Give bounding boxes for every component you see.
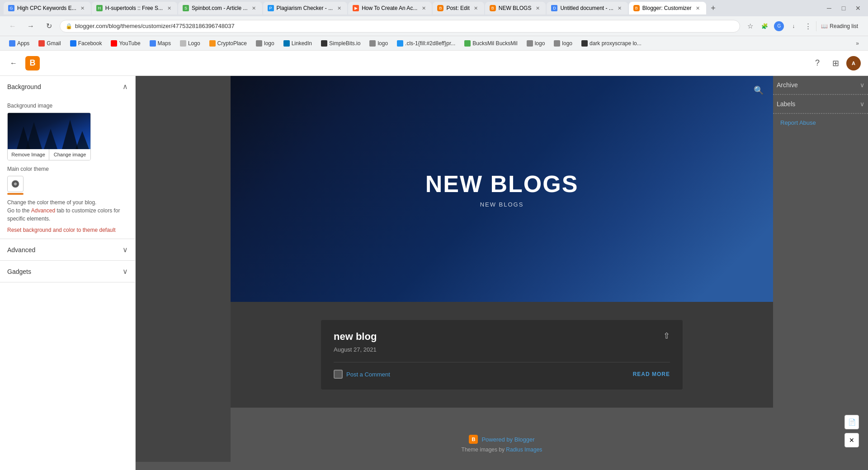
url-text: blogger.com/blog/themes/customizer/47753… xyxy=(75,23,734,29)
tab-plagiarism[interactable]: P Plagiarism Checker - ... ✕ xyxy=(263,2,348,14)
back-button[interactable]: ← xyxy=(5,19,20,33)
bookmark-gmail[interactable]: Gmail xyxy=(35,39,64,47)
powered-by-blogger-link[interactable]: Powered by Blogger xyxy=(481,436,534,443)
update-icon[interactable]: ↓ xyxy=(787,20,800,33)
floating-icons: 📄 ✕ xyxy=(844,415,859,447)
gadgets-section: Gadgets ∨ xyxy=(0,261,135,282)
apps-grid-icon[interactable]: ⊞ xyxy=(828,56,843,70)
tab-close-6[interactable]: ✕ xyxy=(472,5,480,12)
bookmark-logo2[interactable]: logo xyxy=(252,39,278,47)
blog-search-icon[interactable]: 🔍 xyxy=(751,83,766,98)
forward-button[interactable]: → xyxy=(24,19,38,33)
advanced-section: Advanced ∨ xyxy=(0,239,135,261)
tab-untitled-doc[interactable]: D Untitled document - ... ✕ xyxy=(547,2,627,14)
bookmark-logo4[interactable]: logo xyxy=(523,39,549,47)
blog-main: 🔍 NEW BLOGS NEW BLOGS new blog ⇧ August … xyxy=(231,76,773,462)
bookmark-logo1[interactable]: Logo xyxy=(176,39,204,47)
read-more-button[interactable]: READ MORE xyxy=(633,371,670,377)
archive-widget[interactable]: Archive ∨ xyxy=(773,76,868,94)
reload-button[interactable]: ↻ xyxy=(42,19,56,33)
bookmark-bucksmil[interactable]: BucksMil BucksMil xyxy=(461,39,521,47)
bookmark-linkedin[interactable]: LinkedIn xyxy=(280,39,316,47)
tab-close-5[interactable]: ✕ xyxy=(420,5,427,12)
bg-image-container: Remove Image Change image xyxy=(7,113,91,160)
post-comment-link[interactable]: Post a Comment xyxy=(334,370,390,379)
bookmark-logo5[interactable]: logo xyxy=(550,39,576,47)
color-theme-section: Main color theme xyxy=(7,166,128,233)
background-section-title: Background xyxy=(7,83,41,90)
user-avatar[interactable]: A xyxy=(846,56,861,70)
advanced-section-header[interactable]: Advanced ∨ xyxy=(0,239,135,260)
bookmark-cryptoplace[interactable]: CryptoPlace xyxy=(206,39,250,47)
tab-close-7[interactable]: ✕ xyxy=(534,5,541,12)
bookmark-dark-proxyscrape[interactable]: dark proxyscrape lo... xyxy=(578,39,645,47)
new-tab-button[interactable]: + xyxy=(707,2,720,14)
blog-preview-area: 🔍 NEW BLOGS NEW BLOGS new blog ⇧ August … xyxy=(136,76,868,470)
blog-subtitle: NEW BLOGS xyxy=(480,201,524,208)
post-share-icon[interactable]: ⇧ xyxy=(663,331,670,341)
tab-high-cpc[interactable]: G High CPC Keywords E... ✕ xyxy=(4,2,91,14)
blog-content-bg: new blog ⇧ August 27, 2021 Post a Commen… xyxy=(231,302,773,408)
bookmark-youtube[interactable]: YouTube xyxy=(107,39,144,47)
tab-how-to[interactable]: ▶ How To Create An Ac... ✕ xyxy=(348,2,432,14)
background-section-header[interactable]: Background ∧ xyxy=(0,76,135,97)
bg-image-preview xyxy=(8,113,91,149)
lock-icon: 🔒 xyxy=(66,23,72,29)
browser-chrome: G High CPC Keywords E... ✕ H H-supertool… xyxy=(0,0,868,51)
tab-post-edit[interactable]: B Post: Edit ✕ xyxy=(433,2,484,14)
bg-image-label: Background image xyxy=(7,103,128,109)
tab-close-3[interactable]: ✕ xyxy=(250,5,258,12)
color-theme-label: Main color theme xyxy=(7,166,128,172)
blog-post-card: new blog ⇧ August 27, 2021 Post a Commen… xyxy=(321,320,683,390)
tab-close-4[interactable]: ✕ xyxy=(335,5,343,12)
tab-close-9[interactable]: ✕ xyxy=(694,5,702,12)
close-preview-button[interactable]: ✕ xyxy=(844,433,859,447)
color-swatch-button[interactable] xyxy=(7,176,24,192)
customizer-panel: Background ∧ Background image xyxy=(0,76,136,470)
bookmark-cls[interactable]: .cls-1{fill:#2d8eff}pr... xyxy=(393,39,459,47)
tab-close-1[interactable]: ✕ xyxy=(79,5,86,12)
tab-close-8[interactable]: ✕ xyxy=(616,5,623,12)
tab-hsupertools[interactable]: H H-supertools :: Free S... ✕ xyxy=(92,2,177,14)
bookmark-apps[interactable]: Apps xyxy=(5,39,33,47)
reset-theme-link[interactable]: Reset background and color to theme defa… xyxy=(7,227,115,233)
blog-footer: B Powered by Blogger Theme images by Rad… xyxy=(231,426,773,462)
gadgets-section-header[interactable]: Gadgets ∨ xyxy=(0,261,135,282)
blog-layout: 🔍 NEW BLOGS NEW BLOGS new blog ⇧ August … xyxy=(136,76,868,462)
extensions-icon[interactable]: 🧩 xyxy=(758,20,771,33)
file-icon-button[interactable]: 📄 xyxy=(844,415,859,429)
blogger-logo: B xyxy=(25,56,40,70)
bookmark-facebook[interactable]: Facebook xyxy=(66,39,106,47)
labels-widget[interactable]: Labels ∨ xyxy=(773,95,868,113)
color-description-text: Change the color theme of your blog. Go … xyxy=(7,198,128,223)
url-bar[interactable]: 🔒 blogger.com/blog/themes/customizer/477… xyxy=(60,20,740,33)
minimize-button[interactable]: ─ xyxy=(823,2,835,14)
background-section-content: Background image xyxy=(0,97,135,239)
theme-images-credit: Theme images by Radius Images xyxy=(240,446,764,453)
tab-spinbot[interactable]: S Spinbot.com - Article ... ✕ xyxy=(178,2,262,14)
post-actions: Post a Comment READ MORE xyxy=(334,362,670,379)
bookmark-simplebits[interactable]: SimpleBits.io xyxy=(317,39,364,47)
report-abuse-link[interactable]: Report Abuse xyxy=(777,114,820,132)
close-window-button[interactable]: ✕ xyxy=(852,2,864,14)
back-to-blogger-button[interactable]: ← xyxy=(7,57,20,70)
restore-button[interactable]: □ xyxy=(837,2,850,14)
bookmark-maps[interactable]: Maps xyxy=(146,39,175,47)
help-icon[interactable]: ? xyxy=(810,56,825,70)
tab-blogger-customizer[interactable]: B Blogger: Customizer ✕ xyxy=(629,2,706,14)
report-abuse-container: Report Abuse xyxy=(773,114,868,132)
reading-list-button[interactable]: 📖 Reading list xyxy=(816,21,863,31)
bookmark-star-icon[interactable]: ☆ xyxy=(744,20,756,33)
blogger-footer-icon: B xyxy=(469,435,478,444)
change-image-button[interactable]: Change image xyxy=(49,149,90,160)
main-layout: Background ∧ Background image xyxy=(0,76,868,470)
radius-images-link[interactable]: Radius Images xyxy=(506,446,542,453)
bookmark-logo3[interactable]: logo xyxy=(366,39,392,47)
tab-close-2[interactable]: ✕ xyxy=(165,5,173,12)
remove-image-button[interactable]: Remove Image xyxy=(8,149,49,160)
comment-icon xyxy=(334,370,343,379)
profile-icon[interactable]: G xyxy=(773,20,785,33)
tab-new-blogs[interactable]: B NEW BLOGS ✕ xyxy=(485,2,546,14)
more-options-icon[interactable]: ⋮ xyxy=(802,20,814,33)
bookmarks-more-button[interactable]: » xyxy=(852,39,863,47)
